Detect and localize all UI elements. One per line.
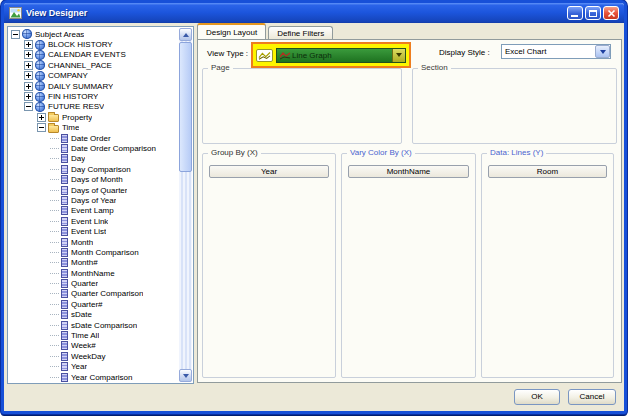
tree-item-label: DAILY SUMMARY [48,82,113,91]
tree-connector [50,158,59,159]
expand-icon[interactable] [24,71,33,80]
expand-icon[interactable] [24,50,33,59]
collapse-icon[interactable] [24,102,33,111]
ok-button[interactable]: OK [514,389,560,405]
column-icon [61,134,68,143]
field-room[interactable]: Room [488,165,607,178]
tree-item[interactable]: sDate Comparison [9,320,179,330]
tab-design-layout[interactable]: Design Layout [197,23,266,39]
tree-item[interactable]: CALENDAR EVENTS [9,50,179,60]
tree-item[interactable]: Date Order [9,133,179,143]
group-by-dropzone[interactable]: Group By (X) Year [202,153,336,378]
scroll-down-button[interactable] [179,369,192,382]
page-dropzone[interactable]: Page [202,68,402,144]
tree-item[interactable]: Days of Month [9,174,179,184]
field-monthname[interactable]: MonthName [348,165,469,178]
tree-item[interactable]: Quarter# [9,299,179,309]
cube-icon [35,40,45,50]
tree-item[interactable]: Month [9,237,179,247]
expand-icon[interactable] [24,92,33,101]
maximize-button[interactable] [585,6,601,20]
tab-define-filters[interactable]: Define Filters [268,26,333,39]
cancel-button[interactable]: Cancel [568,389,616,405]
tree-connector [50,252,59,253]
tree-item-label: Property [62,113,92,122]
tree-item[interactable]: Year [9,362,179,372]
tree-item[interactable]: Event Lamp [9,206,179,216]
collapse-icon[interactable] [37,123,46,132]
titlebar[interactable]: View Designer [4,3,624,23]
tree-item[interactable]: Days of Quarter [9,185,179,195]
column-icon [61,154,68,163]
scrollbar-thumb[interactable] [179,42,192,172]
tree-item[interactable]: DAILY SUMMARY [9,81,179,91]
tree-item[interactable]: BLOCK HISTORY [9,39,179,49]
tree-item[interactable]: Day Comparison [9,164,179,174]
section-dropzone[interactable]: Section [412,68,617,144]
tree-item-label: Days of Month [71,175,123,184]
cube-icon [35,71,45,81]
collapse-icon[interactable] [11,30,20,39]
tree-item[interactable]: Time [9,123,179,133]
tree-connector [50,273,59,274]
tree-item[interactable]: Event Link [9,216,179,226]
view-type-dropdown-button[interactable] [392,49,405,62]
close-button[interactable] [603,6,619,20]
tree-item[interactable]: Month Comparison [9,247,179,257]
view-type-select[interactable]: Line Graph [276,48,406,63]
tree-connector [50,179,59,180]
tree-item[interactable]: FUTURE RESV [9,102,179,112]
tree-item-label: Event Link [71,217,108,226]
tree-connector [50,210,59,211]
display-style-dropdown-button[interactable] [595,45,610,58]
expand-icon[interactable] [24,82,33,91]
view-type-value: Line Graph [292,49,392,62]
page-group-label: Page [208,63,233,72]
expand-icon[interactable] [24,40,33,49]
expand-icon[interactable] [37,113,46,122]
maximize-icon [589,10,597,17]
tree-item[interactable]: Day [9,154,179,164]
tree-item-label: Quarter Comparison [71,289,143,298]
tree-item[interactable]: CHANNEL_PACE [9,60,179,70]
tree-item[interactable]: Quarter Comparison [9,289,179,299]
cube-icon [35,81,45,91]
column-icon [61,196,68,205]
tree-scrollbar[interactable] [179,28,192,382]
column-icon [61,227,68,236]
field-year[interactable]: Year [209,165,329,178]
column-icon [61,186,68,195]
tree-item-label: Quarter# [71,300,103,309]
tree-item[interactable]: Days of Year [9,195,179,205]
tree-item-label: WeekDay [71,352,106,361]
tree-item[interactable]: Event List [9,226,179,236]
expand-icon[interactable] [24,61,33,70]
column-icon [61,310,68,319]
tree-item[interactable]: sDate [9,310,179,320]
tree-item[interactable]: Property [9,112,179,122]
tree-item[interactable]: Year Comparison [9,372,179,382]
column-icon [61,165,68,174]
scroll-up-button[interactable] [179,28,192,41]
cube-icon [35,92,45,102]
tree-item[interactable]: Time All [9,330,179,340]
tree-item[interactable]: FIN HISTORY [9,91,179,101]
minimize-button[interactable] [567,6,583,20]
tree-item[interactable]: COMPANY [9,71,179,81]
line-graph-icon [256,49,273,62]
tree-item[interactable]: Week# [9,341,179,351]
tree-item[interactable]: WeekDay [9,351,179,361]
vary-color-dropzone[interactable]: Vary Color By (X) MonthName [341,153,476,378]
data-lines-dropzone[interactable]: Data: Lines (Y) Room [481,153,614,378]
tree-item-label: Date Order [71,134,111,143]
tree-item[interactable]: MonthName [9,268,179,278]
tree-item[interactable]: Quarter [9,278,179,288]
display-style-select[interactable]: Excel Chart [501,44,611,59]
tree-connector [50,356,59,357]
tree-item[interactable]: Month# [9,258,179,268]
tree-item[interactable]: Date Order Comparison [9,143,179,153]
view-designer-dialog: View Designer Subject AreasBLOCK HISTORY… [1,0,627,414]
tree-item[interactable]: Subject Areas [9,29,179,39]
column-icon [61,206,68,215]
column-icon [61,352,68,361]
